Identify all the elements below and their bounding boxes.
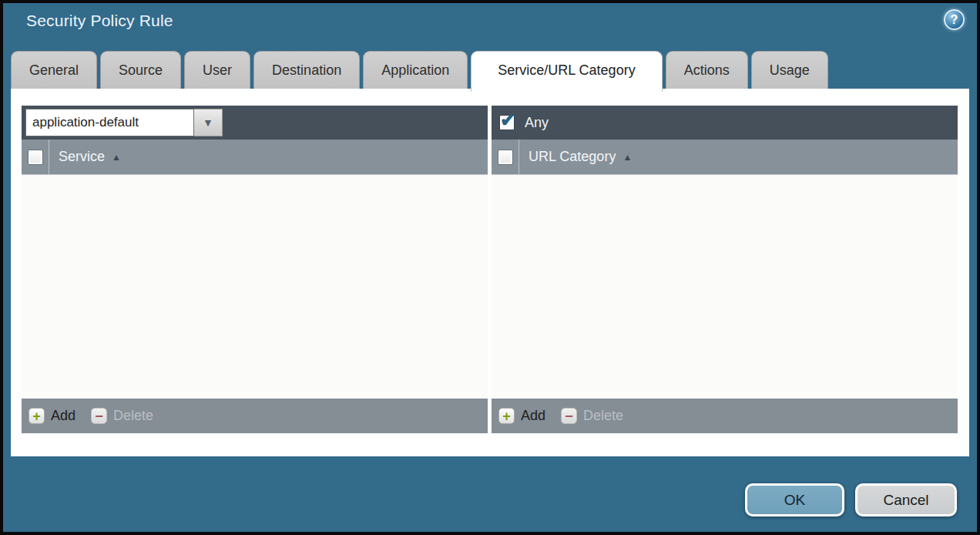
chevron-down-icon: ▼ [203, 116, 213, 129]
sort-asc-icon: ▲ [112, 152, 121, 163]
delete-url-category-button[interactable]: − Delete [561, 408, 623, 424]
tab-source[interactable]: Source [100, 51, 181, 89]
url-category-column-label[interactable]: URL Category [529, 149, 616, 165]
select-all-services-checkbox[interactable]: ✔ [28, 150, 43, 165]
minus-icon: − [91, 408, 107, 424]
select-all-url-categories-checkbox[interactable]: ✔ [498, 150, 513, 165]
url-category-panel-header: ✔ Any [492, 106, 958, 140]
service-panel: ▼ ✔ Service ▲ + Add [22, 106, 488, 433]
url-category-panel-footer: + Add − Delete [492, 399, 958, 433]
service-list [22, 175, 488, 399]
any-label: Any [525, 115, 549, 131]
tab-actions[interactable]: Actions [666, 51, 748, 89]
tab-content-area: ▼ ✔ Service ▲ + Add [11, 89, 969, 456]
plus-icon: + [29, 408, 45, 424]
cancel-button[interactable]: Cancel [855, 483, 957, 516]
check-icon: ✔ [500, 109, 515, 131]
security-policy-rule-dialog: Security Policy Rule ? General Source Us… [0, 0, 980, 535]
url-category-column-header: ✔ URL Category ▲ [492, 140, 958, 175]
tab-bar: General Source User Destination Applicat… [11, 51, 828, 92]
tab-service-url-category[interactable]: Service/URL Category [471, 51, 662, 92]
tab-user[interactable]: User [184, 51, 250, 89]
service-panel-footer: + Add − Delete [22, 399, 488, 433]
tab-destination[interactable]: Destination [253, 51, 360, 89]
service-column-header: ✔ Service ▲ [22, 140, 488, 175]
tab-application[interactable]: Application [363, 51, 468, 89]
service-panel-header: ▼ [22, 106, 488, 140]
minus-icon: − [561, 408, 577, 424]
tab-general[interactable]: General [11, 51, 97, 89]
dialog-title: Security Policy Rule [26, 12, 173, 30]
service-type-input[interactable] [25, 109, 194, 136]
sort-asc-icon: ▲ [623, 152, 632, 163]
url-category-panel: ✔ Any ✔ URL Category ▲ + Add [492, 106, 958, 433]
any-row: ✔ Any [492, 115, 549, 131]
help-icon[interactable]: ? [944, 9, 965, 30]
add-service-button[interactable]: + Add [29, 408, 76, 424]
service-type-dropdown[interactable]: ▼ [25, 109, 223, 136]
add-url-category-button[interactable]: + Add [498, 408, 545, 424]
question-mark-glyph: ? [951, 13, 958, 27]
plus-icon: + [498, 408, 515, 424]
dropdown-arrow-button[interactable]: ▼ [194, 109, 223, 136]
any-checkbox[interactable]: ✔ [499, 115, 515, 130]
tab-usage[interactable]: Usage [751, 51, 828, 89]
url-category-list [492, 175, 958, 399]
dialog-buttons: OK Cancel [745, 483, 957, 516]
service-column-label[interactable]: Service [59, 149, 105, 165]
delete-service-button[interactable]: − Delete [91, 408, 153, 424]
ok-button[interactable]: OK [745, 483, 844, 516]
